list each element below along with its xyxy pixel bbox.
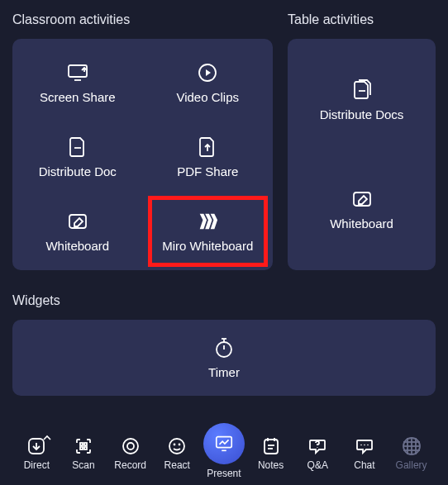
svg-point-21 (127, 443, 134, 449)
bb-label: Gallery (396, 459, 427, 471)
timer-icon (214, 337, 234, 359)
tile-label: Distribute Docs (320, 107, 404, 121)
qa-button[interactable]: Q&A (294, 436, 341, 471)
classroom-tile-grid: Screen Share Video Clips (12, 39, 273, 270)
video-clips-tile[interactable]: Video Clips (143, 45, 274, 120)
tile-label: Timer (208, 365, 240, 379)
scan-icon (74, 436, 93, 456)
svg-point-23 (174, 445, 175, 445)
svg-point-33 (360, 445, 362, 446)
tile-label: Whiteboard (330, 216, 393, 231)
bb-label: Scan (72, 459, 94, 471)
pdf-share-icon (197, 136, 218, 158)
svg-rect-16 (80, 443, 83, 445)
svg-marker-4 (206, 69, 211, 76)
gallery-icon (402, 436, 422, 456)
svg-rect-19 (84, 447, 87, 449)
classroom-title: Classroom activities (12, 12, 273, 27)
miro-whiteboard-tile[interactable]: Miro Whiteboard (143, 194, 274, 269)
distribute-docs-tile[interactable]: Distribute Docs (288, 45, 436, 155)
present-button[interactable]: Present (201, 428, 247, 479)
widgets-title: Widgets (12, 293, 436, 308)
qa-icon (307, 436, 327, 456)
tile-label: Distribute Doc (39, 164, 117, 178)
svg-point-34 (364, 445, 365, 446)
chat-icon (355, 436, 374, 456)
record-button[interactable]: Record (107, 436, 154, 471)
screen-share-icon (67, 62, 88, 83)
miro-icon (197, 211, 218, 232)
tile-label: Miro Whiteboard (162, 239, 253, 253)
record-icon (121, 436, 141, 456)
svg-rect-18 (80, 447, 83, 449)
video-clips-icon (197, 62, 218, 83)
table-title: Table activities (288, 12, 436, 27)
distribute-doc-icon (67, 136, 88, 158)
notes-button[interactable]: Notes (248, 436, 294, 471)
screen-share-tile[interactable]: Screen Share (12, 45, 143, 120)
whiteboard-icon (351, 188, 373, 210)
svg-rect-27 (265, 440, 278, 454)
classroom-activities-section: Classroom activities Screen Share (12, 12, 273, 270)
tile-label: Whiteboard (45, 239, 109, 253)
bb-label: Record (114, 459, 146, 471)
whiteboard-tile[interactable]: Whiteboard (12, 194, 143, 269)
direct-button[interactable]: Direct (13, 436, 60, 471)
react-button[interactable]: React (154, 436, 200, 471)
svg-point-35 (367, 445, 369, 446)
tile-label: Screen Share (40, 90, 116, 104)
table-tile-grid: Distribute Docs Whiteboard (288, 39, 436, 270)
bb-label: Notes (258, 459, 284, 471)
chat-button[interactable]: Chat (341, 436, 388, 471)
svg-point-24 (179, 445, 180, 445)
table-whiteboard-tile[interactable]: Whiteboard (288, 155, 436, 264)
widgets-section: Widgets Timer (12, 293, 436, 396)
notes-icon (261, 436, 281, 456)
bb-label: Chat (354, 459, 374, 471)
react-icon (167, 436, 187, 456)
present-icon (214, 434, 234, 454)
table-activities-section: Table activities Distribute Docs (288, 12, 436, 270)
scan-button[interactable]: Scan (60, 436, 107, 471)
svg-point-22 (169, 439, 184, 454)
svg-rect-17 (84, 443, 87, 445)
svg-point-32 (317, 447, 318, 448)
gallery-button[interactable]: Gallery (388, 436, 435, 471)
timer-tile[interactable]: Timer (12, 320, 436, 396)
chevron-up-icon (43, 435, 51, 441)
svg-point-20 (123, 439, 138, 454)
bottom-bar: Direct Scan Record (0, 426, 448, 485)
tile-label: PDF Share (177, 164, 238, 178)
bb-label: Q&A (307, 459, 328, 471)
distribute-docs-icon (351, 79, 373, 101)
tile-label: Video Clips (176, 90, 239, 104)
pdf-share-tile[interactable]: PDF Share (143, 120, 274, 194)
whiteboard-icon (67, 211, 88, 232)
distribute-doc-tile[interactable]: Distribute Doc (12, 120, 143, 194)
bb-label: React (164, 459, 190, 471)
bb-label: Direct (24, 459, 50, 471)
bb-label: Present (207, 468, 241, 479)
